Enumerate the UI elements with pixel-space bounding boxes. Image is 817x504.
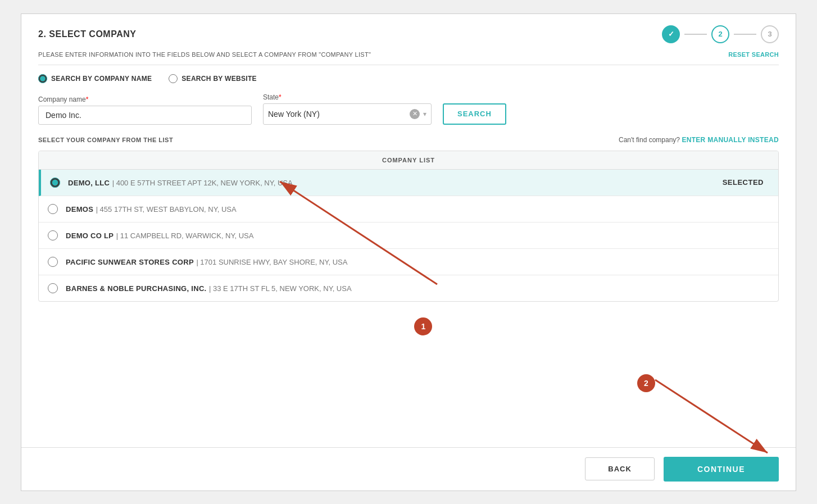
state-clear-icon[interactable]: ✕ [410, 109, 420, 119]
table-row[interactable]: PACIFIC SUNWEAR STORES CORP | 1701 SUNRI… [39, 249, 778, 275]
selected-label: SELECTED [723, 178, 769, 187]
annotation-circle-2: 2 [637, 374, 655, 392]
step-3-label: 3 [768, 30, 771, 38]
divider-1 [38, 65, 779, 65]
page-content: 2. SELECT COMPANY ✓ 2 3 PLEASE ENTER INF… [21, 14, 796, 447]
company-name-cell: DEMO CO LP | 11 CAMPBELL RD, WARWICK, NY… [66, 230, 253, 240]
header-row: 2. SELECT COMPANY ✓ 2 3 [38, 25, 779, 43]
step-1-check: ✓ [668, 30, 674, 38]
company-radio-0[interactable] [50, 178, 60, 188]
step-line-2 [734, 34, 756, 35]
search-type-radio-group: SEARCH BY COMPANY NAME SEARCH BY WEBSITE [38, 74, 779, 83]
table-row[interactable]: DEMOS | 455 17TH ST, WEST BABYLON, NY, U… [39, 196, 778, 223]
instruction-row: PLEASE ENTER INFORMATION INTO THE FIELDS… [38, 51, 779, 58]
enter-manually-text: Can't find company? ENTER MANUALLY INSTE… [619, 136, 779, 144]
instruction-text: PLEASE ENTER INFORMATION INTO THE FIELDS… [38, 51, 371, 58]
state-label: State* [263, 93, 432, 101]
company-radio-1[interactable] [48, 204, 58, 214]
continue-button[interactable]: CONTINUE [664, 457, 779, 482]
back-button[interactable]: BACK [585, 457, 655, 480]
radio-by-name[interactable]: SEARCH BY COMPANY NAME [38, 74, 152, 83]
annotation-circle-1: 1 [414, 317, 432, 335]
main-container: 2. SELECT COMPANY ✓ 2 3 PLEASE ENTER INF… [21, 13, 796, 491]
state-value: New York (NY) [268, 110, 410, 119]
required-star-1: * [86, 96, 89, 103]
table-row[interactable]: BARNES & NOBLE PURCHASING, INC. | 33 E 1… [39, 275, 778, 301]
radio-by-website-input[interactable] [169, 74, 178, 83]
company-radio-4[interactable] [48, 283, 58, 293]
state-field-group: State* New York (NY) ✕ ▾ [263, 93, 432, 125]
company-radio-2[interactable] [48, 230, 58, 240]
stepper: ✓ 2 3 [662, 25, 779, 43]
company-name-label: Company name* [38, 96, 252, 103]
search-button[interactable]: SEARCH [443, 103, 506, 125]
step-3-circle: 3 [761, 25, 779, 43]
company-name-input[interactable] [38, 106, 252, 125]
state-select[interactable]: New York (NY) ✕ ▾ [263, 103, 432, 125]
company-name-cell: DEMOS | 455 17TH ST, WEST BABYLON, NY, U… [66, 204, 237, 214]
footer: BACK CONTINUE [21, 447, 796, 491]
table-header: COMPANY LIST [39, 151, 778, 170]
table-row[interactable]: DEMO, LLC | 400 E 57TH STREET APT 12K, N… [39, 170, 778, 196]
fields-row: Company name* State* New York (NY) ✕ ▾ S… [38, 93, 779, 125]
page-title: 2. SELECT COMPANY [38, 29, 136, 39]
table-scroll[interactable]: DEMO, LLC | 400 E 57TH STREET APT 12K, N… [39, 170, 778, 301]
company-name-field-group: Company name* [38, 96, 252, 125]
radio-by-name-input[interactable] [38, 74, 47, 83]
radio-by-website-label: SEARCH BY WEBSITE [181, 75, 257, 83]
step-1-circle: ✓ [662, 25, 680, 43]
company-radio-3[interactable] [48, 257, 58, 267]
company-table-wrapper: COMPANY LIST DEMO, LLC | 400 E 57TH STRE… [38, 151, 779, 302]
list-section-label: SELECT YOUR COMPANY FROM THE LIST [38, 137, 173, 143]
step-line-1 [684, 34, 707, 35]
table-row[interactable]: DEMO CO LP | 11 CAMPBELL RD, WARWICK, NY… [39, 223, 778, 249]
company-name-cell: PACIFIC SUNWEAR STORES CORP | 1701 SUNRI… [66, 257, 347, 267]
radio-by-name-label: SEARCH BY COMPANY NAME [51, 75, 152, 83]
state-dropdown-arrow[interactable]: ▾ [423, 110, 426, 118]
step-2-label: 2 [718, 30, 722, 38]
list-section-header: SELECT YOUR COMPANY FROM THE LIST Can't … [38, 136, 779, 144]
company-table: COMPANY LIST DEMO, LLC | 400 E 57TH STRE… [38, 151, 779, 302]
radio-by-website[interactable]: SEARCH BY WEBSITE [169, 74, 257, 83]
enter-manually-link[interactable]: ENTER MANUALLY INSTEAD [682, 136, 779, 144]
company-name-cell: DEMO, LLC | 400 E 57TH STREET APT 12K, N… [68, 178, 293, 188]
company-name-cell: BARNES & NOBLE PURCHASING, INC. | 33 E 1… [66, 283, 352, 293]
reset-search-link[interactable]: RESET SEARCH [728, 51, 779, 58]
required-star-2: * [279, 93, 282, 101]
step-2-circle: 2 [711, 25, 729, 43]
